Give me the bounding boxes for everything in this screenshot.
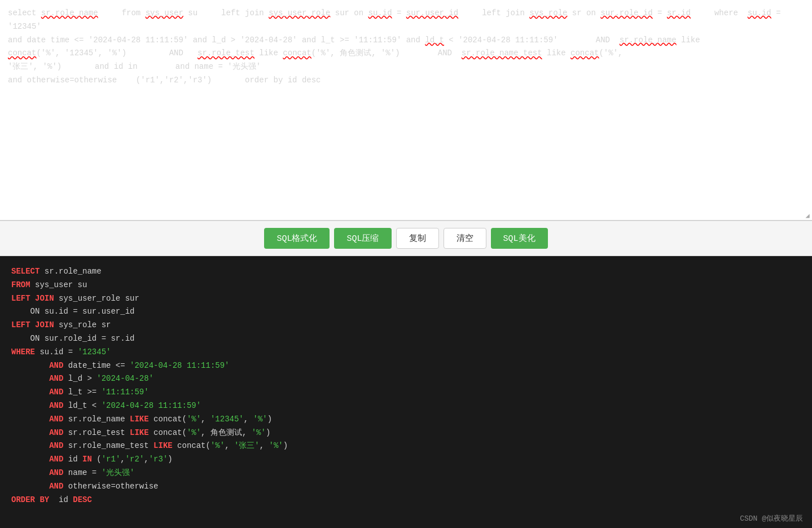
sql-input-display[interactable]: select sr.role_name from sys_user su lef… (0, 0, 812, 220)
sql-format-button[interactable]: SQL格式化 (264, 228, 330, 249)
resize-handle: ◢ (803, 211, 812, 220)
sql-compress-button[interactable]: SQL压缩 (334, 228, 391, 249)
toolbar: SQL格式化 SQL压缩 复制 清空 SQL美化 (0, 221, 812, 256)
input-section: select sr.role_name from sys_user su lef… (0, 0, 812, 221)
copy-button[interactable]: 复制 (396, 228, 439, 249)
output-section: SELECT sr.role_name FROM sys_user su LEF… (0, 256, 812, 528)
watermark: CSDN @似夜晓星辰 (740, 513, 803, 523)
sql-output: SELECT sr.role_name FROM sys_user su LEF… (11, 265, 801, 507)
clear-button[interactable]: 清空 (444, 228, 486, 249)
sql-beautify-button[interactable]: SQL美化 (491, 228, 548, 249)
